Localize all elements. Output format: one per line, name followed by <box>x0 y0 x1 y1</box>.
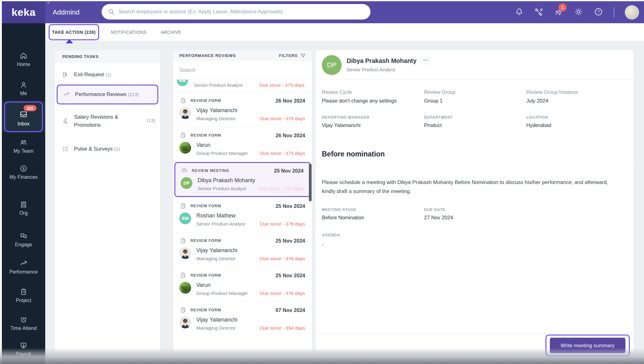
sidebar-item-org[interactable]: Org <box>2 200 45 216</box>
topbar-actions: 1? <box>515 1 639 23</box>
review-form-icon <box>179 97 187 104</box>
review-item[interactable]: REVIEW FORM25 Nov 2024RMRoshan MathewSen… <box>173 198 312 232</box>
bell-button[interactable] <box>515 7 524 18</box>
review-date: 25 Nov 2024 <box>276 273 305 278</box>
review-role: Group Product Manager <box>196 151 248 156</box>
announce-button[interactable]: 1 <box>554 7 563 18</box>
sidebar-item-inbox[interactable]: Inbox <box>2 110 45 127</box>
field-value: Hyderabad <box>526 122 629 128</box>
help-icon: ? <box>594 7 603 16</box>
review-role: Senior Product Analyst <box>198 186 255 191</box>
review-due: Due since - 375 days <box>260 151 305 156</box>
sidebar-item-payroll[interactable]: $Payroll <box>2 341 45 357</box>
sidebar-item-my-finances[interactable]: $My Finances <box>2 164 45 180</box>
top-navbar: keka Addmind 1? <box>2 1 644 23</box>
review-due: Due since - 376 days <box>260 221 305 227</box>
list-scrollbar[interactable] <box>309 164 312 201</box>
global-search-input[interactable] <box>118 9 364 15</box>
sidebar-item-me[interactable]: Me <box>2 81 45 96</box>
review-item[interactable]: REVIEW FORM07 Nov 2024Vijay YalamanchiMa… <box>173 301 312 336</box>
pending-task-label: Salary Revisions & Promotions <box>74 113 131 129</box>
svg-text:$: $ <box>23 344 24 347</box>
field-value: Group 1 <box>424 98 526 104</box>
keka-logo-text: keka <box>11 6 36 18</box>
performance-reviews-icon <box>63 91 70 98</box>
more-options-button[interactable]: ••• <box>421 57 431 64</box>
agenda-value: - <box>322 242 324 248</box>
sidebar-item-project[interactable]: Project <box>2 288 45 303</box>
employee-header: DP Dibya Prakash Mohanty ••• Senior Prod… <box>322 55 431 75</box>
section-title: Before nomination <box>322 150 385 158</box>
annotation-pointer <box>66 39 73 43</box>
pulse-surveys-icon <box>62 145 69 153</box>
review-date: 26 Nov 2024 <box>276 98 305 104</box>
review-name: Roshan Mathew <box>196 213 245 219</box>
review-type-label: REVIEW FORM <box>191 204 221 208</box>
field-label: Review Cycle <box>322 90 424 95</box>
review-date: 25 Nov 2024 <box>276 203 305 209</box>
review-name: Vijay Yalamanchi <box>196 317 237 323</box>
review-detail-panel: DP Dibya Prakash Mohanty ••• Senior Prod… <box>315 50 634 352</box>
gear-button[interactable] <box>574 7 583 18</box>
tab-take-action[interactable]: TAKE ACTION (228) <box>52 30 96 35</box>
review-date: 26 Nov 2024 <box>276 133 305 138</box>
review-item[interactable]: REVIEW FORM26 Nov 2024VarunGroup Product… <box>173 127 312 161</box>
review-type-label: REVIEW FORM <box>191 308 221 312</box>
review-form-icon <box>179 202 187 210</box>
pending-task-salary-revisions-promotions[interactable]: Salary Revisions & Promotions(13) <box>55 106 160 136</box>
review-name: Varun <box>196 142 248 148</box>
screenshot-frame-top <box>0 0 644 1</box>
employee-avatar: DP <box>322 55 342 75</box>
review-due: Due since - 375 days <box>260 116 305 121</box>
sidebar-item-inbox-active-row: Inbox228 <box>2 101 45 132</box>
pending-tasks-panel: PENDING TASKS Exit Request (1)Performanc… <box>55 50 160 352</box>
performance-icon <box>20 259 28 267</box>
keka-logo[interactable]: keka <box>2 1 45 23</box>
user-avatar[interactable] <box>625 5 639 20</box>
footer-divider <box>316 333 633 334</box>
pending-task-performance-reviews[interactable]: Performance Reviews (213) <box>57 85 158 104</box>
sidebar-item-time-attend[interactable]: Time Attend <box>2 316 45 331</box>
engage-icon <box>20 232 28 240</box>
review-date: 07 Nov 2024 <box>276 307 305 313</box>
announce-badge: 1 <box>559 3 567 11</box>
pending-task-pulse-surveys[interactable]: Pulse & Surveys (1) <box>55 140 160 158</box>
field-label: DEPARTMENT <box>424 115 526 120</box>
review-item-partial[interactable]: RMSenior Product AnalystDue since - 375 … <box>173 80 312 92</box>
review-type-label: REVIEW FORM <box>191 133 221 138</box>
pending-task-label: Performance Reviews (213) <box>75 91 139 98</box>
filters-button[interactable]: FILTERS <box>279 53 306 59</box>
review-role: Senior Product Analyst <box>196 221 245 227</box>
review-search[interactable] <box>173 61 312 80</box>
sidebar-item-home[interactable]: Home <box>2 52 45 67</box>
tools-button[interactable] <box>534 7 544 18</box>
help-button[interactable]: ? <box>594 7 603 18</box>
tab-notifications[interactable]: NOTIFICATIONS <box>111 30 147 35</box>
tab-archive[interactable]: ARCHIVE <box>161 30 181 35</box>
sidebar-item-engage[interactable]: Engage <box>2 232 45 248</box>
me-icon <box>20 81 28 89</box>
review-search-input[interactable] <box>179 67 306 73</box>
review-form-icon <box>179 272 187 279</box>
write-meeting-summary-button[interactable]: Write meeting summary <box>550 338 625 353</box>
divider <box>316 79 633 80</box>
field-department: DEPARTMENTProduct <box>424 115 526 128</box>
review-item[interactable]: REVIEW FORM25 Nov 2024Vijay YalamanchiMa… <box>173 232 312 267</box>
global-search-bar[interactable] <box>102 4 370 20</box>
sidebar-label: Engage <box>15 242 32 248</box>
review-item-selected[interactable]: REVIEW MEETING25 Nov 2024DPDibya Prakash… <box>174 162 311 197</box>
sidebar-label: Home <box>17 62 30 67</box>
review-item[interactable]: REVIEW FORM26 Nov 2024Vijay YalamanchiMa… <box>173 92 312 127</box>
review-item[interactable]: REVIEW FORM25 Nov 2024VarunGroup Product… <box>173 267 312 301</box>
pending-task-exit-request[interactable]: Exit Request (1) <box>55 67 160 82</box>
pending-task-count: (13) <box>147 118 155 123</box>
sidebar-label: Me <box>20 91 27 96</box>
bell-icon <box>515 7 524 16</box>
button-annotation: Write meeting summary <box>545 335 630 356</box>
review-list-title: PERFORMANCE REVIEWS <box>179 53 236 58</box>
pending-task-count: (213) <box>128 92 139 97</box>
tools-icon <box>534 7 544 16</box>
avatar-initials: RM <box>177 80 188 86</box>
sidebar-item-my-team[interactable]: My Team <box>2 138 45 154</box>
sidebar-item-performance[interactable]: Performance <box>2 259 45 275</box>
